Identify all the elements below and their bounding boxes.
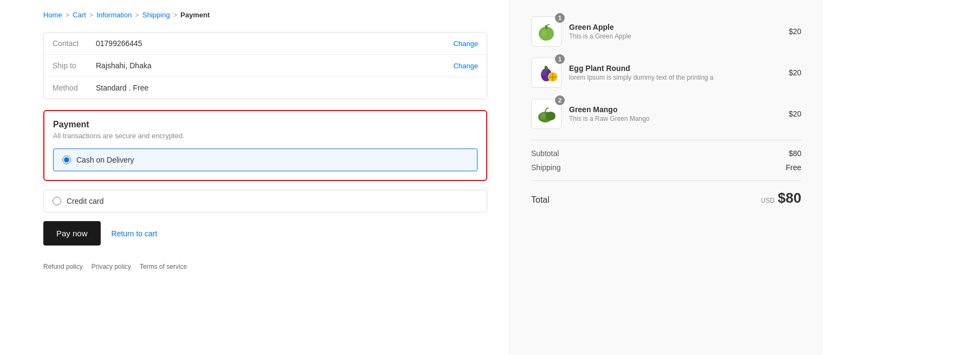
actions-row: Pay now Return to cart (43, 221, 487, 246)
credit-card-label[interactable]: Credit card (67, 197, 103, 205)
ship-change-link[interactable]: Change (453, 62, 478, 70)
total-currency: USD (761, 197, 774, 204)
ship-value: Rajshahi, Dhaka (96, 61, 453, 70)
total-amount: $80 (778, 190, 801, 206)
contact-row: Contact 01799266445 Change (44, 33, 487, 55)
cash-on-delivery-radio[interactable] (62, 156, 71, 164)
credit-card-option[interactable]: Credit card (43, 190, 487, 212)
item-price-0: $20 (789, 27, 801, 36)
total-row: Total USD $80 (531, 190, 801, 206)
breadcrumb: Home > Cart > Information > Shipping > P… (43, 11, 487, 19)
privacy-policy-link[interactable]: Privacy policy (92, 263, 131, 270)
return-to-cart-link[interactable]: Return to cart (112, 229, 158, 238)
method-row: Method Standard . Free (44, 77, 487, 99)
breadcrumb-shipping[interactable]: Shipping (142, 11, 170, 19)
method-label: Method (53, 83, 96, 92)
breadcrumb-information[interactable]: Information (96, 11, 132, 19)
credit-card-radio[interactable] (53, 197, 61, 205)
breadcrumb-cart[interactable]: Cart (73, 11, 86, 19)
pay-now-button[interactable]: Pay now (43, 221, 101, 246)
subtotal-value: $80 (789, 149, 801, 158)
total-label: Total (531, 195, 550, 205)
breadcrumb-sep-4: > (173, 11, 178, 19)
svg-point-12 (546, 112, 556, 120)
info-table: Contact 01799266445 Change Ship to Rajsh… (43, 32, 487, 99)
item-price-1: $20 (789, 68, 801, 77)
total-value-wrapper: USD $80 (761, 190, 801, 206)
breadcrumb-payment: Payment (180, 11, 210, 19)
cash-on-delivery-option[interactable]: Cash on Delivery (53, 149, 478, 171)
left-panel: Home > Cart > Information > Shipping > P… (0, 0, 509, 355)
svg-point-1 (541, 30, 547, 37)
contact-change-link[interactable]: Change (453, 40, 478, 48)
payment-section: Payment All transactions are secure and … (43, 110, 487, 181)
item-name-2: Green Mango (569, 105, 781, 114)
right-panel: 1 Green Apple This is a Green Apple $20 (509, 0, 823, 355)
shipping-label: Shipping (531, 163, 561, 172)
ship-label: Ship to (53, 61, 96, 70)
total-divider (531, 180, 801, 181)
contact-label: Contact (53, 39, 96, 48)
order-item-1: 1 Egg Plant Round lorem Ipsum is simply … (531, 57, 801, 88)
item-badge-0: 1 (555, 13, 565, 23)
item-desc-2: This is a Raw Green Mango (569, 115, 781, 122)
item-badge-1: 1 (555, 54, 565, 64)
breadcrumb-sep-2: > (89, 11, 94, 19)
item-info-1: Egg Plant Round lorem Ipsum is simply du… (569, 64, 781, 81)
item-info-2: Green Mango This is a Raw Green Mango (569, 105, 781, 122)
breadcrumb-home[interactable]: Home (43, 11, 62, 19)
contact-value: 01799266445 (96, 39, 453, 48)
breadcrumb-sep-1: > (66, 11, 70, 19)
item-desc-0: This is a Green Apple (569, 33, 781, 40)
method-value: Standard . Free (96, 83, 478, 92)
ship-row: Ship to Rajshahi, Dhaka Change (44, 55, 487, 77)
item-image-wrapper-0: 1 (531, 16, 561, 47)
payment-subtitle: All transactions are secure and encrypte… (53, 132, 478, 140)
subtotal-label: Subtotal (531, 149, 559, 158)
item-image-wrapper-2: 2 (531, 99, 561, 129)
footer-links: Refund policy Privacy policy Terms of se… (43, 263, 487, 270)
item-image-wrapper-1: 1 (531, 57, 561, 88)
item-desc-1: lorem Ipsum is simply dummy text of the … (569, 74, 781, 81)
svg-point-4 (542, 69, 546, 76)
svg-point-11 (540, 113, 546, 119)
cash-on-delivery-label[interactable]: Cash on Delivery (76, 156, 134, 164)
subtotal-row: Subtotal $80 (531, 149, 801, 158)
terms-of-service-link[interactable]: Terms of service (140, 263, 187, 270)
shipping-row: Shipping Free (531, 163, 801, 172)
order-item-2: 2 Green Mango This is a Raw Green Mango … (531, 99, 801, 129)
item-name-1: Egg Plant Round (569, 64, 781, 73)
item-price-2: $20 (789, 109, 801, 118)
breadcrumb-sep-3: > (135, 11, 139, 19)
payment-title: Payment (53, 120, 478, 130)
shipping-value: Free (786, 163, 801, 172)
order-item-0: 1 Green Apple This is a Green Apple $20 (531, 16, 801, 47)
item-info-0: Green Apple This is a Green Apple (569, 23, 781, 40)
item-badge-2: 2 (555, 95, 565, 105)
totals-divider (531, 140, 801, 140)
refund-policy-link[interactable]: Refund policy (43, 263, 83, 270)
item-name-0: Green Apple (569, 23, 781, 31)
